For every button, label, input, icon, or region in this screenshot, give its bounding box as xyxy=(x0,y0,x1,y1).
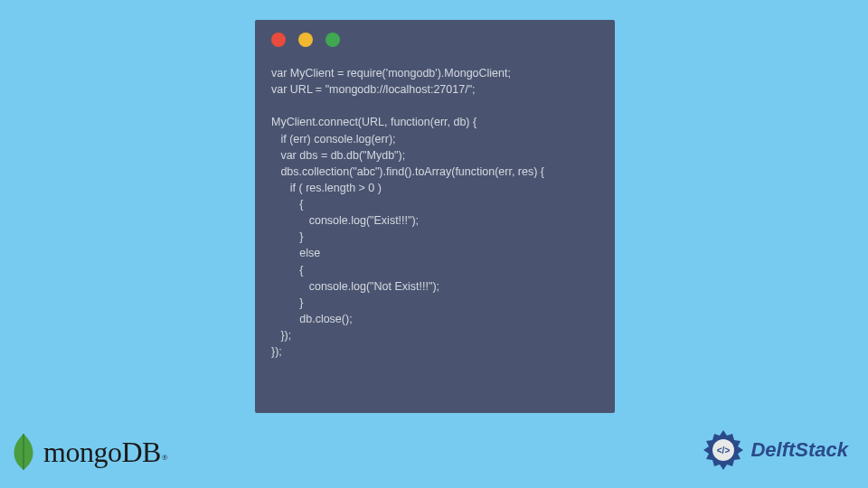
mongodb-logo: mongoDB® xyxy=(7,432,166,472)
close-icon xyxy=(271,33,286,47)
code-window: var MyClient = require('mongodb').MongoC… xyxy=(255,20,615,413)
delftstack-logo: </> DelftStack xyxy=(702,428,848,472)
mongodb-trademark: ® xyxy=(162,453,167,462)
delftstack-text: DelftStack xyxy=(750,438,848,462)
window-controls xyxy=(255,20,615,54)
svg-text:</>: </> xyxy=(717,446,731,455)
mongodb-suffix: DB xyxy=(121,436,160,468)
minimize-icon xyxy=(298,33,313,47)
mongodb-text: mongoDB® xyxy=(43,436,166,469)
maximize-icon xyxy=(326,33,340,47)
delftstack-gear-icon: </> xyxy=(702,428,745,472)
mongodb-leaf-icon xyxy=(7,432,40,472)
mongodb-name: mongo xyxy=(43,436,121,468)
code-content: var MyClient = require('mongodb').MongoC… xyxy=(255,54,615,371)
